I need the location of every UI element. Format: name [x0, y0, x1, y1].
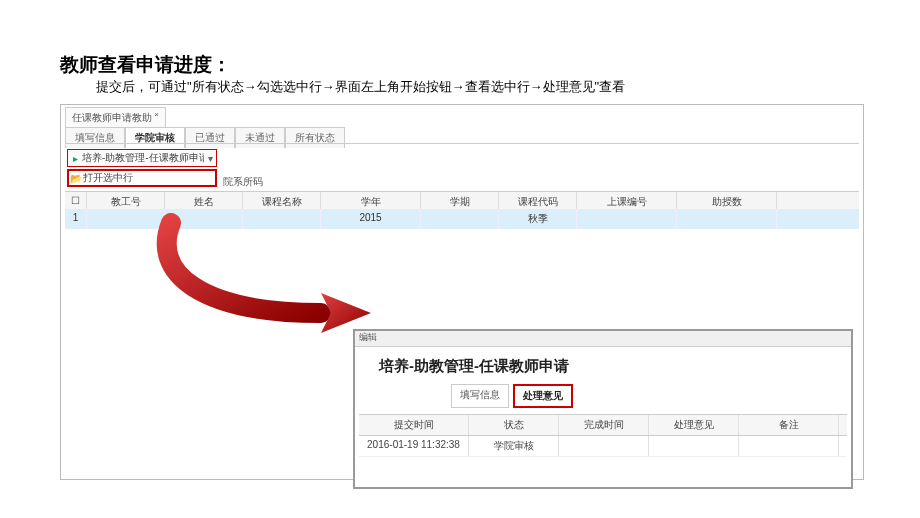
tab-fill-info[interactable]: 填写信息: [65, 127, 125, 148]
open-selected-row-button[interactable]: 📂 打开选中行: [67, 169, 217, 187]
page-title: 教师查看申请进度：: [60, 52, 231, 78]
tab-passed[interactable]: 已通过: [185, 127, 235, 148]
svg-marker-0: [321, 293, 371, 333]
main-tabs: 填写信息 学院审核 已通过 未通过 所有状态: [65, 127, 345, 148]
folder-open-icon: 📂: [69, 173, 83, 184]
row-cell: 秋季: [499, 209, 577, 229]
popup-header-cell: 备注: [739, 415, 839, 435]
popup-header-cell: 提交时间: [359, 415, 469, 435]
row-cell: 2015: [321, 209, 421, 229]
popup-row-cell: 2016-01-19 11:32:38: [359, 436, 469, 456]
instruction-arrow-icon: [121, 213, 381, 353]
detail-popup: 编辑 培养-助教管理-任课教师申请 填写信息 处理意见 提交时间 状态 完成时间…: [353, 329, 853, 489]
popup-grid-header: 提交时间 状态 完成时间 处理意见 备注: [359, 414, 847, 436]
popup-row-cell: 学院审核: [469, 436, 559, 456]
row-cell: [677, 209, 777, 229]
open-btn-label: 打开选中行: [83, 171, 133, 185]
table-row[interactable]: 1 2015 秋季: [65, 209, 859, 229]
row-cell: [577, 209, 677, 229]
popup-title: 培养-助教管理-任课教师申请: [379, 357, 851, 376]
popup-table-row[interactable]: 2016-01-19 11:32:38 学院审核: [359, 436, 847, 457]
combo-label: 培养-助教管理-任课教师申请: [82, 151, 204, 165]
app-window: 任课教师申请教助 × 填写信息 学院审核 已通过 未通过 所有状态 ▸ 培养-助…: [60, 104, 864, 480]
popup-header: 编辑: [355, 331, 851, 347]
start-menu-combo[interactable]: ▸ 培养-助教管理-任课教师申请 ▾: [67, 149, 217, 167]
popup-tabs: 填写信息 处理意见: [451, 384, 851, 408]
row-index: 1: [65, 209, 87, 229]
popup-row-cell: [649, 436, 739, 456]
row-cell: [421, 209, 499, 229]
popup-tab-process-opinion[interactable]: 处理意见: [513, 384, 573, 408]
close-icon[interactable]: ×: [152, 110, 159, 119]
tab-college-review[interactable]: 学院审核: [125, 127, 185, 148]
popup-tab-fill-info[interactable]: 填写信息: [451, 384, 509, 408]
tab-all-status[interactable]: 所有状态: [285, 127, 345, 148]
tab-not-passed[interactable]: 未通过: [235, 127, 285, 148]
popup-header-cell: 状态: [469, 415, 559, 435]
row-cell: [243, 209, 321, 229]
row-cell: [87, 209, 165, 229]
popup-header-cell: 处理意见: [649, 415, 739, 435]
row-cell: [165, 209, 243, 229]
popup-header-cell: 完成时间: [559, 415, 649, 435]
play-icon: ▸: [68, 153, 82, 164]
page-subtitle: 提交后，可通过"所有状态→勾选选中行→界面左上角开始按钮→查看选中行→处理意见"…: [96, 78, 625, 96]
popup-row-cell: [559, 436, 649, 456]
dept-code-label: 院系所码: [223, 175, 263, 189]
chevron-down-icon: ▾: [204, 153, 216, 164]
popup-row-cell: [739, 436, 839, 456]
window-tab[interactable]: 任课教师申请教助 ×: [65, 107, 166, 128]
